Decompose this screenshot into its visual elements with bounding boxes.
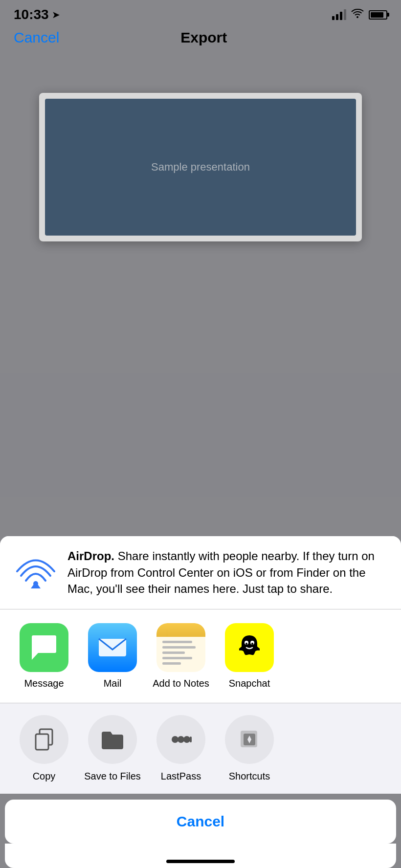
app-item-message[interactable]: Message bbox=[10, 623, 78, 689]
cancel-sheet-button[interactable]: Cancel bbox=[5, 800, 396, 844]
action-item-lastpass[interactable]: LastPass bbox=[147, 715, 215, 782]
nav-title: Export bbox=[180, 29, 227, 46]
action-item-save-files[interactable]: Save to Files bbox=[78, 715, 147, 782]
message-app-icon bbox=[20, 623, 68, 672]
action-item-copy[interactable]: Copy bbox=[10, 715, 78, 782]
mail-app-label: Mail bbox=[104, 678, 122, 689]
snapchat-app-label: Snapchat bbox=[229, 678, 270, 689]
airdrop-section[interactable]: AirDrop. AirDrop. Share instantly with p… bbox=[0, 536, 401, 609]
snapchat-app-icon bbox=[225, 623, 274, 672]
actions-section: Copy Save to Files bbox=[0, 703, 401, 794]
nav-cancel-button[interactable]: Cancel bbox=[14, 29, 59, 46]
svg-point-5 bbox=[245, 643, 247, 645]
save-files-action-icon bbox=[88, 715, 137, 764]
message-app-label: Message bbox=[24, 678, 64, 689]
cancel-sheet-label: Cancel bbox=[177, 813, 224, 830]
home-indicator bbox=[5, 844, 396, 868]
lastpass-action-label: LastPass bbox=[161, 771, 201, 782]
svg-point-1 bbox=[33, 581, 38, 586]
svg-point-11 bbox=[183, 736, 190, 743]
status-time: 10:33 bbox=[14, 7, 49, 22]
shortcuts-action-icon bbox=[225, 715, 274, 764]
share-main-panel: AirDrop. AirDrop. Share instantly with p… bbox=[0, 536, 401, 794]
svg-point-9 bbox=[172, 736, 178, 743]
app-item-snapchat[interactable]: Snapchat bbox=[215, 623, 284, 689]
save-files-action-label: Save to Files bbox=[84, 771, 141, 782]
notes-app-icon bbox=[156, 623, 205, 672]
notes-app-label: Add to Notes bbox=[153, 678, 209, 689]
signal-bars-icon bbox=[332, 9, 346, 20]
mail-app-icon bbox=[88, 623, 137, 672]
home-bar bbox=[166, 860, 235, 863]
copy-action-icon bbox=[20, 715, 68, 764]
airdrop-icon bbox=[14, 551, 58, 595]
copy-action-label: Copy bbox=[33, 771, 56, 782]
svg-rect-12 bbox=[190, 737, 192, 742]
lastpass-action-icon bbox=[156, 715, 205, 764]
airdrop-description: AirDrop. AirDrop. Share instantly with p… bbox=[67, 548, 387, 597]
battery-icon bbox=[369, 10, 387, 20]
app-item-mail[interactable]: Mail bbox=[78, 623, 147, 689]
wifi-icon bbox=[351, 8, 364, 21]
location-icon: ➤ bbox=[52, 9, 60, 21]
app-item-notes[interactable]: Add to Notes bbox=[147, 623, 215, 689]
svg-point-10 bbox=[178, 736, 184, 743]
status-icons bbox=[332, 8, 387, 21]
apps-section: Message Mail bbox=[0, 609, 401, 703]
status-bar: 10:33 ➤ bbox=[0, 0, 401, 26]
svg-point-6 bbox=[251, 643, 253, 645]
action-item-shortcuts[interactable]: Shortcuts bbox=[215, 715, 284, 782]
shortcuts-action-label: Shortcuts bbox=[229, 771, 270, 782]
share-sheet: AirDrop. AirDrop. Share instantly with p… bbox=[0, 536, 401, 868]
svg-rect-8 bbox=[36, 734, 48, 750]
